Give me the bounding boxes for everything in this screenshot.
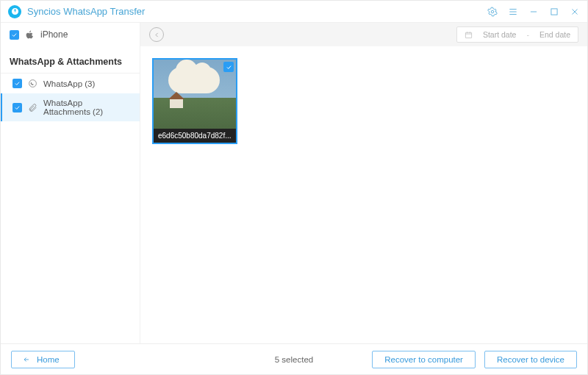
recover-to-device-button[interactable]: Recover to device <box>484 351 577 368</box>
toolbar-row: iPhone Start date - End date <box>1 23 587 46</box>
thumbnail-caption: e6d6c50b80da7d82f... <box>154 129 236 143</box>
apple-icon <box>25 30 35 40</box>
paperclip-icon <box>28 103 37 113</box>
titlebar: Syncios WhatsApp Transfer <box>1 1 587 23</box>
sidebar-header: WhatsApp & Attachments <box>1 51 140 74</box>
date-separator: - <box>526 30 529 39</box>
gear-icon[interactable] <box>487 7 498 17</box>
menu-icon[interactable] <box>508 7 518 17</box>
svg-point-0 <box>491 10 494 13</box>
arrow-left-icon <box>22 356 31 363</box>
sidebar: WhatsApp & Attachments WhatsApp (3) What… <box>1 46 140 343</box>
footer: Home 5 selected Recover to computer Reco… <box>1 343 587 374</box>
whatsapp-checkbox[interactable] <box>12 79 22 88</box>
sidebar-item-whatsapp[interactable]: WhatsApp (3) <box>1 74 140 93</box>
device-label: iPhone <box>40 29 68 40</box>
start-date-placeholder: Start date <box>483 30 517 39</box>
content-area: e6d6c50b80da7d82f... <box>140 46 587 343</box>
maximize-icon[interactable] <box>549 7 559 17</box>
attachment-thumbnail[interactable]: e6d6c50b80da7d82f... <box>152 58 237 144</box>
sidebar-item-attachments[interactable]: WhatsApp Attachments (2) <box>1 93 140 121</box>
close-icon[interactable] <box>570 7 580 17</box>
main-area: WhatsApp & Attachments WhatsApp (3) What… <box>1 46 587 343</box>
minimize-icon[interactable] <box>528 7 539 17</box>
date-range-picker[interactable]: Start date - End date <box>456 26 578 43</box>
device-selector[interactable]: iPhone <box>1 23 140 46</box>
attachments-checkbox[interactable] <box>12 103 22 113</box>
app-title: Syncios WhatsApp Transfer <box>27 6 145 17</box>
home-button-label: Home <box>37 355 60 364</box>
device-checkbox[interactable] <box>10 30 19 40</box>
end-date-placeholder: End date <box>539 30 570 39</box>
sidebar-item-label: WhatsApp Attachments (2) <box>43 99 131 116</box>
sidebar-item-label: WhatsApp (3) <box>43 79 95 88</box>
back-button[interactable] <box>149 27 164 42</box>
svg-point-12 <box>29 80 37 88</box>
home-button[interactable]: Home <box>11 351 75 368</box>
thumbnail-checkbox[interactable] <box>223 62 234 72</box>
recover-to-computer-button[interactable]: Recover to computer <box>372 351 476 368</box>
selection-status: 5 selected <box>275 355 313 364</box>
whatsapp-icon <box>28 79 37 88</box>
calendar-icon <box>465 31 473 39</box>
svg-rect-8 <box>465 32 471 38</box>
app-logo <box>8 5 21 18</box>
svg-rect-5 <box>551 8 557 14</box>
